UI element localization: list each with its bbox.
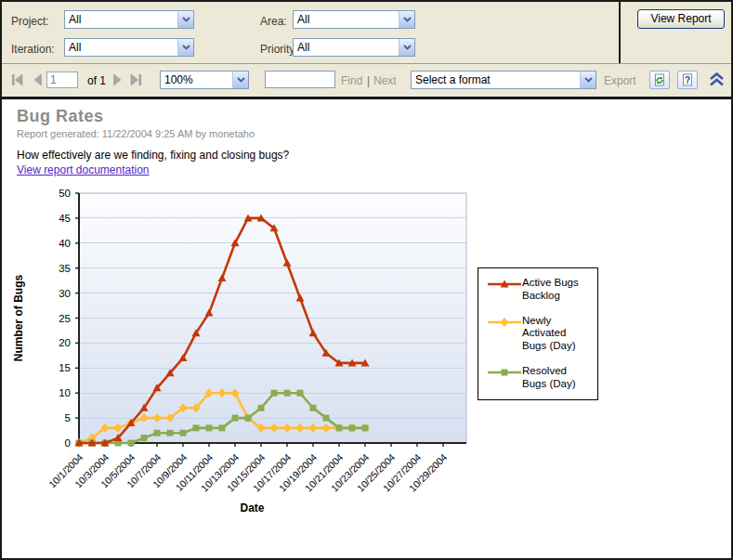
first-page-icon[interactable]: [10, 73, 24, 90]
export-button[interactable]: Export: [604, 74, 636, 87]
report-generated-line: Report generated: 11/22/2004 9:25 AM by …: [17, 128, 255, 139]
legend-item-resolved: Resolved Bugs (Day): [487, 365, 592, 391]
last-page-icon[interactable]: [129, 73, 143, 90]
chevron-down-icon[interactable]: [580, 72, 596, 88]
report-body: Bug Rates Report generated: 11/22/2004 9…: [2, 99, 731, 558]
find-button[interactable]: Find: [341, 74, 362, 87]
zoom-dropdown[interactable]: 100%: [160, 71, 249, 89]
collapse-toolbar-icon[interactable]: [709, 72, 725, 90]
svg-text:30: 30: [59, 288, 71, 299]
next-page-icon[interactable]: [112, 73, 123, 90]
view-report-panel: View Report: [619, 2, 731, 63]
svg-text:35: 35: [59, 263, 71, 274]
iteration-dropdown[interactable]: All: [64, 38, 194, 57]
project-dropdown[interactable]: All: [64, 10, 194, 29]
report-viewer-window: Project: All Area: All Iteration: All Pr…: [0, 0, 733, 560]
chevron-down-icon[interactable]: [177, 11, 193, 28]
report-question: How effectively are we finding, fixing a…: [17, 149, 289, 162]
active-bugs-swatch-icon: [487, 280, 522, 289]
view-report-button[interactable]: View Report: [637, 9, 725, 29]
svg-text:5: 5: [65, 412, 71, 423]
previous-page-icon[interactable]: [33, 73, 43, 90]
area-dropdown[interactable]: All: [293, 10, 415, 29]
chart-legend: Active Bugs Backlog Newly Activated Bugs…: [478, 267, 598, 400]
next-match-button[interactable]: Next: [373, 74, 397, 87]
page-number-input[interactable]: [46, 72, 78, 88]
newly-activated-swatch-icon: [487, 318, 522, 327]
project-label: Project:: [11, 15, 49, 28]
parameter-panel: Project: All Area: All Iteration: All Pr…: [2, 2, 619, 63]
bug-rates-chart: 0510152025303540455010/1/200410/3/200410…: [9, 181, 478, 532]
svg-text:Number of Bugs: Number of Bugs: [12, 275, 25, 362]
svg-text:40: 40: [59, 238, 71, 249]
refresh-icon: [653, 73, 666, 87]
svg-text:15: 15: [59, 362, 71, 373]
page-title: Bug Rates: [17, 107, 104, 126]
legend-item-active-bugs: Active Bugs Backlog: [487, 277, 592, 303]
svg-text:10: 10: [59, 387, 71, 398]
svg-text:Date: Date: [240, 501, 264, 514]
help-button[interactable]: ?: [677, 71, 698, 89]
resolved-swatch-icon: [487, 368, 522, 377]
area-label: Area:: [260, 15, 287, 28]
view-report-documentation-link[interactable]: View report documentation: [17, 163, 150, 176]
chevron-down-icon[interactable]: [399, 39, 414, 56]
svg-text:20: 20: [59, 337, 71, 348]
legend-item-newly-activated: Newly Activated Bugs (Day): [487, 315, 592, 353]
iteration-label: Iteration:: [11, 43, 55, 56]
svg-text:25: 25: [59, 313, 71, 324]
find-input[interactable]: [265, 71, 335, 88]
svg-text:0: 0: [65, 437, 71, 449]
chevron-down-icon[interactable]: [399, 11, 414, 28]
export-format-dropdown[interactable]: Select a format: [411, 71, 596, 89]
find-next-separator: |: [367, 74, 370, 87]
refresh-button[interactable]: [649, 71, 670, 89]
svg-text:?: ?: [685, 74, 690, 85]
priority-dropdown[interactable]: All: [293, 38, 415, 57]
svg-text:50: 50: [59, 188, 71, 199]
help-icon: ?: [681, 73, 694, 87]
chart-area: 0510152025303540455010/1/200410/3/200410…: [9, 181, 478, 536]
chevron-down-icon[interactable]: [177, 39, 193, 56]
page-count-label: of 1: [87, 74, 106, 87]
svg-text:45: 45: [59, 213, 71, 224]
chevron-down-icon[interactable]: [232, 72, 248, 88]
report-toolbar: of 1 100% Find | Next Select a format Ex…: [2, 63, 731, 97]
